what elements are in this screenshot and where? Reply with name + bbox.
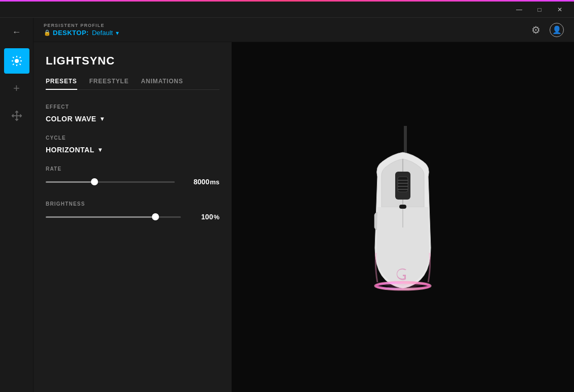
back-button[interactable]: ← bbox=[7, 22, 27, 42]
app-container: ← + PERSISTENT PROFILE 🔒 bbox=[0, 18, 574, 392]
main-content: PERSISTENT PROFILE 🔒 DESKTOP: Default ▾ … bbox=[34, 18, 574, 392]
cycle-section: CYCLE HORIZONTAL ▾ bbox=[46, 135, 219, 154]
lock-icon: 🔒 bbox=[44, 29, 51, 36]
desktop-row: 🔒 DESKTOP: Default ▾ bbox=[44, 29, 119, 37]
cycle-chevron-icon: ▾ bbox=[99, 146, 102, 153]
effect-chevron-icon: ▾ bbox=[101, 115, 104, 122]
brightness-label: BRIGHTNESS bbox=[46, 201, 219, 207]
back-icon: ← bbox=[12, 27, 21, 38]
rate-slider-container bbox=[46, 177, 175, 187]
persistent-profile-label: PERSISTENT PROFILE bbox=[44, 23, 119, 28]
profile-section: PERSISTENT PROFILE 🔒 DESKTOP: Default ▾ bbox=[44, 23, 119, 37]
rate-value: 8000 bbox=[194, 178, 209, 186]
tab-animations[interactable]: ANIMATIONS bbox=[141, 78, 183, 90]
effect-label: EFFECT bbox=[46, 104, 219, 110]
tab-freestyle[interactable]: FREESTYLE bbox=[89, 78, 129, 90]
add-icon: + bbox=[13, 82, 20, 95]
rate-label: RATE bbox=[46, 166, 219, 172]
minimize-button[interactable]: — bbox=[509, 2, 529, 18]
lightsync-icon bbox=[11, 55, 23, 67]
title-bar: — □ ✕ bbox=[0, 2, 574, 18]
header-bar: PERSISTENT PROFILE 🔒 DESKTOP: Default ▾ … bbox=[34, 18, 574, 42]
brightness-slider-row: 100 % bbox=[46, 212, 219, 222]
maximize-button[interactable]: □ bbox=[529, 2, 550, 18]
brightness-value: 100 bbox=[201, 213, 213, 221]
rate-unit: ms bbox=[210, 178, 219, 186]
rate-section: RATE 8000 ms bbox=[46, 166, 219, 187]
icon-sidebar: ← + bbox=[0, 18, 34, 392]
effect-section: EFFECT COLOR WAVE ▾ bbox=[46, 104, 219, 123]
sidebar-item-lightsync[interactable] bbox=[4, 48, 29, 74]
tab-presets[interactable]: PRESETS bbox=[46, 78, 77, 90]
header-actions: ⚙ 👤 bbox=[531, 23, 564, 37]
cycle-label: CYCLE bbox=[46, 135, 219, 141]
window-controls: — □ ✕ bbox=[509, 2, 570, 18]
tab-bar: PRESETS FREESTYLE ANIMATIONS bbox=[46, 78, 219, 90]
content-row: LIGHTSYNC PRESETS FREESTYLE ANIMATIONS E… bbox=[34, 42, 574, 392]
dropdown-chevron-icon[interactable]: ▾ bbox=[116, 29, 119, 37]
effect-dropdown[interactable]: COLOR WAVE ▾ bbox=[46, 115, 219, 123]
settings-panel: LIGHTSYNC PRESETS FREESTYLE ANIMATIONS E… bbox=[34, 42, 232, 392]
svg-rect-11 bbox=[399, 205, 406, 209]
svg-point-0 bbox=[15, 59, 19, 63]
rate-slider[interactable] bbox=[46, 181, 175, 183]
desktop-name: Default bbox=[92, 29, 113, 37]
brightness-slider-container bbox=[46, 212, 181, 222]
brightness-unit: % bbox=[213, 213, 219, 221]
effect-value: COLOR WAVE bbox=[46, 115, 97, 123]
sidebar-item-add[interactable]: + bbox=[4, 76, 29, 101]
sidebar-item-move[interactable] bbox=[4, 103, 29, 128]
mouse-preview bbox=[347, 126, 459, 309]
preview-area bbox=[232, 42, 574, 392]
desktop-prefix: DESKTOP: bbox=[53, 29, 89, 37]
mouse-svg bbox=[347, 126, 459, 309]
rate-slider-row: 8000 ms bbox=[46, 177, 219, 187]
cycle-value: HORIZONTAL bbox=[46, 146, 94, 154]
brightness-value-display: 100 % bbox=[189, 213, 219, 221]
brightness-section: BRIGHTNESS 100 % bbox=[46, 201, 219, 222]
user-icon[interactable]: 👤 bbox=[550, 23, 564, 37]
settings-icon[interactable]: ⚙ bbox=[531, 24, 540, 36]
page-title: LIGHTSYNC bbox=[46, 54, 219, 68]
brightness-slider[interactable] bbox=[46, 216, 181, 218]
rate-value-display: 8000 ms bbox=[183, 178, 219, 186]
cycle-dropdown[interactable]: HORIZONTAL ▾ bbox=[46, 146, 219, 154]
move-icon bbox=[11, 110, 22, 121]
close-button[interactable]: ✕ bbox=[550, 2, 570, 18]
